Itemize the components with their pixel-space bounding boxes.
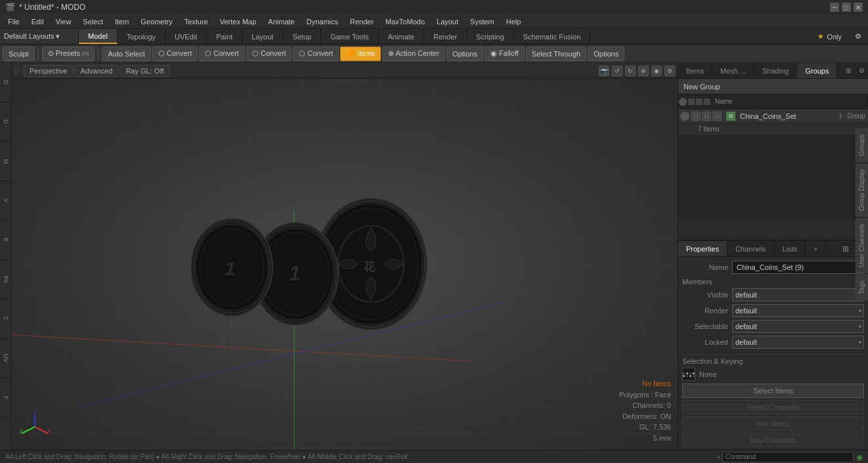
settings-icon[interactable]: ⚙ [848, 30, 868, 43]
group-ctrl-lock[interactable]: □ [712, 112, 722, 121]
group-row-visible-icon[interactable] [680, 112, 689, 121]
raygl-btn[interactable]: Ray GL: Off [119, 65, 169, 77]
group-row-china-coins[interactable]: □ □ □ G China_Coins_Set ·) · Group [678, 109, 868, 123]
arrow-btn[interactable]: › [718, 453, 720, 460]
menu-file[interactable]: File [3, 16, 25, 27]
header-eye[interactable] [688, 99, 695, 105]
edge-tab-group-display[interactable]: Group Display [856, 164, 868, 217]
new-group-button[interactable]: New Group [678, 79, 868, 95]
name-input[interactable] [732, 261, 864, 274]
tab-schematic-fusion[interactable]: Schematic Fusion [514, 29, 590, 44]
sculpt-button[interactable]: Sculpt [3, 47, 35, 61]
props-tab-add[interactable]: + [806, 241, 826, 256]
convert-button-3[interactable]: ⬡ Convert [246, 47, 292, 61]
menu-edit[interactable]: Edit [26, 16, 49, 27]
select-items-button[interactable]: Select Items [682, 384, 864, 398]
presets-button[interactable]: ⊙ Presets F6 [42, 47, 95, 61]
props-expand-btn[interactable]: ⊞ [838, 244, 853, 254]
advanced-btn[interactable]: Advanced [74, 65, 118, 77]
convert-button-1[interactable]: ⬡ Convert [152, 47, 198, 61]
action-center-button[interactable]: ⊕ Action Center [382, 47, 445, 61]
panel-settings-btn[interactable]: ⚙ [855, 64, 868, 77]
options-button-1[interactable]: Options [446, 47, 483, 61]
vp-icon-zoom[interactable]: ⊕ [638, 66, 649, 76]
tab-animate[interactable]: Animate [379, 29, 424, 44]
menu-render[interactable]: Render [345, 16, 379, 27]
menu-select[interactable]: Select [77, 16, 108, 27]
items-button[interactable]: 🔶 Items [340, 47, 381, 61]
convert-button-2[interactable]: ⬡ Convert [199, 47, 245, 61]
panel-tab-shading[interactable]: Shading [754, 63, 797, 78]
visible-select[interactable]: defaultonoff [732, 288, 864, 301]
header-toggle[interactable] [679, 98, 687, 106]
tab-setup[interactable]: Setup [283, 29, 321, 44]
menu-system[interactable]: System [465, 16, 500, 27]
left-tab-5[interactable]: E [0, 221, 11, 260]
header-extra[interactable] [704, 99, 710, 105]
convert-button-4[interactable]: ⬡ Convert [293, 47, 339, 61]
close-button[interactable]: ✕ [854, 3, 863, 12]
layouts-dropdown[interactable]: Default Layouts ▾ [4, 32, 60, 41]
left-tab-1[interactable]: D [0, 63, 11, 102]
viewport-canvas[interactable]: 花 1 1 [12, 79, 678, 450]
menu-help[interactable]: Help [501, 16, 527, 27]
menu-layout[interactable]: Layout [431, 16, 464, 27]
select-channels-button[interactable]: Select Channels [682, 400, 864, 414]
panel-tab-items[interactable]: Items [678, 63, 712, 78]
tab-gametools[interactable]: Game Tools [321, 29, 379, 44]
menu-geometry[interactable]: Geometry [135, 16, 177, 27]
props-tab-lists[interactable]: Lists [775, 241, 806, 256]
tab-uvedit[interactable]: UVEdit [165, 29, 207, 44]
star-only[interactable]: ★ Only [811, 30, 848, 43]
edge-tab-user-channels[interactable]: User Channels [856, 218, 868, 273]
menu-dynamics[interactable]: Dynamics [301, 16, 343, 27]
left-tab-7[interactable]: C [0, 299, 11, 339]
left-tab-6[interactable]: Po [0, 260, 11, 299]
viewport[interactable]: ▷ Perspective Advanced Ray GL: Off 📷 ↺ ↻… [12, 63, 678, 450]
vp-icon-rotate-left[interactable]: ↺ [612, 66, 622, 76]
edge-tab-groups[interactable]: Groups [856, 129, 868, 162]
key-items-button[interactable]: Key Items [682, 416, 864, 431]
left-tab-8[interactable]: UV [0, 339, 11, 378]
tab-paint[interactable]: Paint [207, 29, 242, 44]
left-tab-3[interactable]: M [0, 142, 11, 181]
select-through-button[interactable]: Select Through [526, 47, 586, 61]
options-button-2[interactable]: Options [588, 47, 624, 61]
tab-scripting[interactable]: Scripting [467, 29, 514, 44]
perspective-btn[interactable]: Perspective [24, 65, 73, 77]
panel-expand-btn[interactable]: ⊞ [842, 64, 855, 77]
vp-icon-camera[interactable]: 📷 [599, 66, 609, 76]
menu-item[interactable]: Item [110, 16, 134, 27]
left-tab-2[interactable]: D [0, 102, 11, 142]
vp-icon-rotate-right[interactable]: ↻ [625, 66, 636, 76]
render-select[interactable]: defaultonoff [732, 304, 864, 317]
menu-vertexmap[interactable]: Vertex Map [215, 16, 262, 27]
tab-layout[interactable]: Layout [242, 29, 283, 44]
menu-view[interactable]: View [51, 16, 77, 27]
command-input[interactable] [722, 452, 854, 462]
tab-topology[interactable]: Topology [118, 29, 165, 44]
tab-render[interactable]: Render [424, 29, 467, 44]
header-lock[interactable] [696, 99, 703, 105]
left-tab-9[interactable]: F [0, 378, 11, 418]
panel-tab-groups[interactable]: Groups [797, 63, 837, 78]
left-tab-4[interactable]: V [0, 181, 11, 221]
minimize-button[interactable]: ─ [830, 3, 839, 12]
selectable-select[interactable]: defaultonoff [732, 320, 864, 333]
vp-collapse-icon[interactable]: ▷ [14, 66, 20, 75]
tab-model[interactable]: Model [79, 29, 118, 44]
auto-select-button[interactable]: Auto Select [102, 47, 150, 61]
vp-icon-settings[interactable]: ⚙ [664, 66, 675, 76]
props-tab-properties[interactable]: Properties [678, 241, 727, 256]
vp-icon-target[interactable]: ◉ [651, 66, 662, 76]
menu-texture[interactable]: Texture [179, 16, 213, 27]
locked-select[interactable]: defaultonoff [732, 336, 864, 349]
maximize-button[interactable]: □ [842, 3, 851, 12]
edge-tab-tags[interactable]: Tags [856, 275, 868, 300]
menu-animate[interactable]: Animate [263, 16, 299, 27]
menu-maxtomodo[interactable]: MaxToModo [380, 16, 430, 27]
key-channels-button[interactable]: Key Channels [682, 433, 864, 447]
falloff-button[interactable]: ◉ Falloff [485, 47, 525, 61]
group-ctrl-select[interactable]: □ [702, 112, 711, 121]
panel-tab-mesh[interactable]: Mesh ... [712, 63, 754, 78]
